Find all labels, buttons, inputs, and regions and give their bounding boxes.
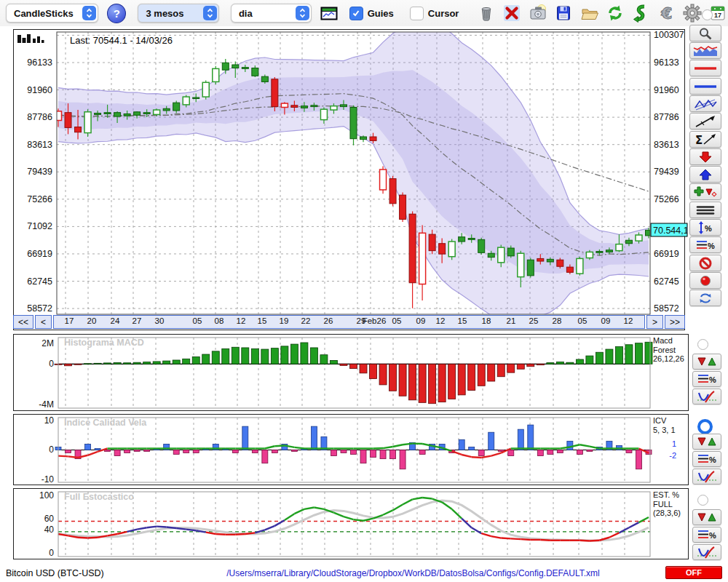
config-path-link[interactable]: /Users/mserra/Library/CloudStorage/Dropb…: [167, 568, 659, 578]
chart-type-select[interactable]: CandleSticks: [6, 4, 98, 23]
measure-percent-button[interactable]: %: [689, 219, 721, 236]
svg-text:58572: 58572: [27, 303, 52, 314]
floppy-disk-icon: [555, 4, 572, 22]
date-navigation: << < 17202427300508121519222629Feb260509…: [13, 315, 685, 330]
macd-curve-button[interactable]: [692, 388, 721, 404]
icv-arrows-button[interactable]: [692, 434, 721, 450]
date-tick: 26: [315, 316, 341, 325]
date-tick: 20: [79, 316, 105, 325]
icv-value-neg: -2: [653, 451, 676, 461]
lines-percent-icon: %: [697, 529, 717, 541]
main-chart-canvas[interactable]: 9613391960877868361379439752667109266919…: [0, 28, 689, 315]
toolbar: CandleSticks ? 3 mesos dia: [0, 0, 728, 26]
blue-hline-tool-button[interactable]: [689, 78, 721, 95]
svg-text:91960: 91960: [654, 85, 679, 95]
zoom-tool-button[interactable]: [689, 25, 721, 41]
icv-percent-button[interactable]: %: [692, 451, 721, 467]
settings-button[interactable]: [682, 3, 702, 23]
red-hline-tool-button[interactable]: [689, 60, 721, 76]
curves-icon: [697, 390, 717, 403]
lines-percent-icon: %: [695, 239, 716, 251]
nav-next-button[interactable]: >: [646, 315, 663, 329]
help-button[interactable]: ?: [107, 4, 126, 23]
svg-text:62745: 62745: [27, 276, 52, 287]
macd-radio[interactable]: [697, 339, 708, 350]
nav-last-button[interactable]: >>: [665, 315, 685, 329]
icv-radio[interactable]: [697, 419, 713, 434]
last-price-label: Last: 70544.1 - 14/03/26: [70, 35, 173, 46]
svg-text:66919: 66919: [654, 249, 679, 259]
svg-text:62745: 62745: [654, 276, 679, 287]
lines-percent-icon: %: [697, 453, 717, 465]
svg-text:75266: 75266: [654, 194, 679, 204]
delete-x-button[interactable]: [502, 3, 522, 23]
gear-icon: [683, 4, 702, 23]
open-folder-button[interactable]: [579, 3, 599, 23]
save-button[interactable]: [554, 3, 574, 23]
nav-prev-button[interactable]: <: [35, 315, 52, 329]
down-up-arrows-icon: [697, 356, 717, 367]
stoch-radio[interactable]: [697, 495, 708, 506]
down-up-arrows-icon: [697, 436, 717, 447]
chart-window-button[interactable]: [319, 3, 339, 23]
currency-button[interactable]: €: [657, 3, 676, 23]
trash-button[interactable]: [476, 3, 496, 23]
area-chart-icon: [693, 44, 718, 57]
interval-select[interactable]: dia: [231, 4, 312, 23]
off-toggle-button[interactable]: OFF: [665, 566, 722, 579]
guies-label: Guies: [368, 8, 394, 19]
stoch-curve-button[interactable]: [692, 544, 721, 560]
svg-text:0: 0: [49, 445, 54, 455]
add-marker-button[interactable]: [689, 183, 721, 200]
sum-line-tool-button[interactable]: Σ: [689, 131, 721, 148]
svg-text:%: %: [709, 375, 716, 384]
svg-text:€: €: [660, 4, 672, 23]
refresh-button[interactable]: [605, 3, 625, 23]
macd-arrows-button[interactable]: [692, 354, 721, 370]
svg-text:0: 0: [49, 359, 54, 369]
sell-arrow-button[interactable]: [689, 148, 721, 165]
snapshot-button[interactable]: [528, 3, 547, 23]
reload-cycle-button[interactable]: [689, 290, 721, 306]
forbidden-icon: [699, 257, 712, 270]
svg-text:10: 10: [44, 415, 55, 426]
magnifier-icon: [697, 27, 714, 40]
main-chart-radio[interactable]: [702, 9, 713, 20]
forbid-button[interactable]: [689, 255, 721, 271]
svg-text:96133: 96133: [654, 57, 679, 68]
volume-mini-icon[interactable]: [17, 33, 46, 47]
stoch-percent-button[interactable]: %: [692, 527, 721, 543]
cursor-checkbox[interactable]: Cursor: [410, 7, 459, 20]
svg-text:79439: 79439: [654, 167, 679, 177]
price-tag: 70.544,1: [653, 226, 689, 236]
refresh-icon: [606, 4, 625, 23]
channel-tool-button[interactable]: [689, 95, 721, 112]
period-value: 3 mesos: [138, 8, 201, 19]
buy-arrow-button[interactable]: [689, 166, 721, 183]
period-select[interactable]: 3 mesos: [138, 4, 218, 23]
date-strip[interactable]: 17202427300508121519222629Feb26050912151…: [53, 315, 645, 329]
macd-percent-button[interactable]: %: [692, 371, 721, 387]
lines-percent-button[interactable]: %: [689, 236, 721, 253]
svg-text:79439: 79439: [27, 167, 52, 177]
folder-icon: [580, 5, 599, 21]
indicator-chart-button[interactable]: [689, 42, 721, 59]
record-button[interactable]: [689, 272, 721, 289]
curves-icon: [697, 546, 717, 559]
date-tick: 05: [569, 316, 596, 325]
calendar-day: 17: [714, 12, 721, 19]
svg-text:58572: 58572: [654, 303, 679, 314]
svg-text:-10: -10: [41, 474, 55, 485]
stoch-arrows-button[interactable]: [692, 509, 721, 525]
trendline-tool-button[interactable]: [689, 113, 721, 129]
sync-button[interactable]: [631, 3, 651, 23]
list-lines-button[interactable]: [689, 202, 721, 218]
svg-text:%: %: [709, 455, 716, 464]
chart-window-icon: [320, 5, 338, 21]
icv-title: Indice Calidad Vela: [64, 418, 146, 428]
icv-curve-button[interactable]: [692, 469, 721, 485]
app-window: CandleSticks ? 3 mesos dia: [0, 0, 728, 582]
svg-text:71092: 71092: [27, 221, 52, 231]
guies-checkbox[interactable]: Guies: [349, 7, 394, 20]
nav-first-button[interactable]: <<: [13, 315, 33, 329]
